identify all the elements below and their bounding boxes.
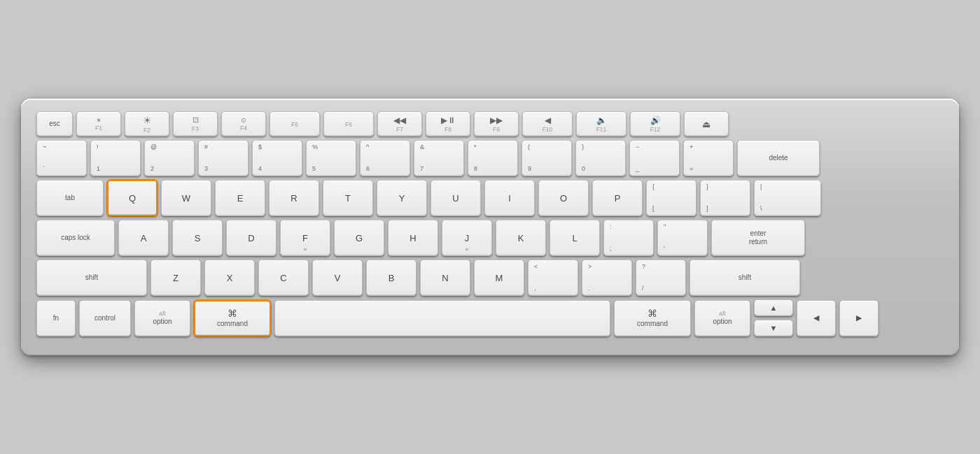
key-command-right[interactable]: ⌘ command [614,300,691,336]
key-u[interactable]: U [430,180,481,216]
key-f10[interactable]: ◀ F10 [522,111,573,136]
key-w[interactable]: W [161,180,211,216]
key-c[interactable]: C [258,260,309,296]
key-fn[interactable]: fn [36,300,76,336]
key-g[interactable]: G [334,220,384,256]
key-3[interactable]: # 3 [198,140,248,176]
key-p[interactable]: P [592,180,643,216]
key-arrow-left[interactable]: ◀ [797,300,836,336]
key-capslock[interactable]: caps lock [36,220,115,256]
key-backslash[interactable]: | \ [754,180,821,216]
key-k[interactable]: K [496,220,546,256]
key-5[interactable]: % 5 [306,140,356,176]
key-slash[interactable]: ? / [636,260,686,296]
key-f7[interactable]: ◀◀ F7 [377,111,422,136]
key-shift-right[interactable]: shift [690,260,800,296]
key-f1[interactable]: ☀ F1 [76,111,121,136]
key-arrow-down[interactable]: ▼ [754,320,793,336]
key-eject[interactable]: ⏏ [684,111,729,136]
key-semicolon[interactable]: : ; [603,220,654,256]
key-b[interactable]: B [366,260,416,296]
key-v[interactable]: V [312,260,363,296]
key-q[interactable]: Q [107,180,158,216]
key-l[interactable]: L [550,220,600,256]
key-6[interactable]: ^ 6 [360,140,410,176]
arrow-keys: ▲ ▼ [754,299,793,336]
key-f4[interactable]: ⊙ F4 [221,111,266,136]
key-f6[interactable]: F6 [323,111,374,136]
key-2[interactable]: @ 2 [144,140,195,176]
key-z[interactable]: Z [150,260,201,296]
key-delete[interactable]: delete [737,140,820,176]
key-4[interactable]: $ 4 [252,140,302,176]
key-f5[interactable]: F5 [270,111,320,136]
key-j[interactable]: J [442,220,492,256]
key-quote[interactable]: " ' [657,220,708,256]
key-f12[interactable]: 🔊 F12 [630,111,680,136]
key-f9[interactable]: ▶▶ F9 [474,111,519,136]
key-s[interactable]: S [172,220,223,256]
key-f3[interactable]: ⊡ F3 [173,111,218,136]
key-enter[interactable]: enter return [711,220,805,256]
key-d[interactable]: D [226,220,276,256]
key-n[interactable]: N [420,260,470,296]
fn-row: esc ☀ F1 ☀ F2 ⊡ F3 ⊙ F4 F5 F6 ◀◀ F7 ▶⏸ [36,111,944,136]
key-tab[interactable]: tab [36,180,104,216]
bottom-row: fn control alt option ⌘ command ⌘ comman… [36,299,944,336]
key-arrow-right[interactable]: ▶ [839,300,878,336]
key-shift-left[interactable]: shift [36,260,147,296]
key-arrow-up[interactable]: ▲ [754,299,793,316]
key-control[interactable]: control [79,300,131,336]
key-minus[interactable]: − _ [629,140,680,176]
key-y[interactable]: Y [377,180,427,216]
key-command-left[interactable]: ⌘ command [194,300,271,336]
key-i[interactable]: I [484,180,535,216]
key-space[interactable] [274,300,610,336]
key-option-right[interactable]: alt option [694,300,750,336]
key-f[interactable]: F [280,220,330,256]
key-rbracket[interactable]: } ] [700,180,750,216]
home-row: caps lock A S D F G H J K L [36,220,944,256]
key-m[interactable]: M [474,260,524,296]
key-o[interactable]: O [538,180,589,216]
key-f11[interactable]: 🔈 F11 [576,111,626,136]
key-f2[interactable]: ☀ F2 [125,111,169,136]
key-tilde[interactable]: ~ ` [36,140,87,176]
key-period[interactable]: > . [582,260,632,296]
key-x[interactable]: X [204,260,255,296]
shift-row: shift Z X C V B N M < , > . [36,260,944,296]
key-9[interactable]: ( 9 [522,140,572,176]
key-e[interactable]: E [215,180,265,216]
qwerty-row: tab Q W E R T Y U I O P [36,180,944,216]
key-1[interactable]: ! 1 [90,140,141,176]
key-equals[interactable]: + = [683,140,734,176]
key-7[interactable]: & 7 [414,140,464,176]
key-a[interactable]: A [118,220,169,256]
keyboard: esc ☀ F1 ☀ F2 ⊡ F3 ⊙ F4 F5 F6 ◀◀ F7 ▶⏸ [21,99,959,355]
key-h[interactable]: H [388,220,438,256]
key-r[interactable]: R [269,180,319,216]
key-option-left[interactable]: alt option [134,300,190,336]
key-f8[interactable]: ▶⏸ F8 [426,111,470,136]
key-lbracket[interactable]: { [ [646,180,696,216]
key-0[interactable]: ) 0 [575,140,626,176]
key-comma[interactable]: < , [528,260,578,296]
key-8[interactable]: * 8 [468,140,518,176]
key-t[interactable]: T [323,180,373,216]
number-row: ~ ` ! 1 @ 2 # 3 $ 4 % 5 ^ 6 & 7 [36,140,944,176]
key-esc[interactable]: esc [36,111,73,136]
